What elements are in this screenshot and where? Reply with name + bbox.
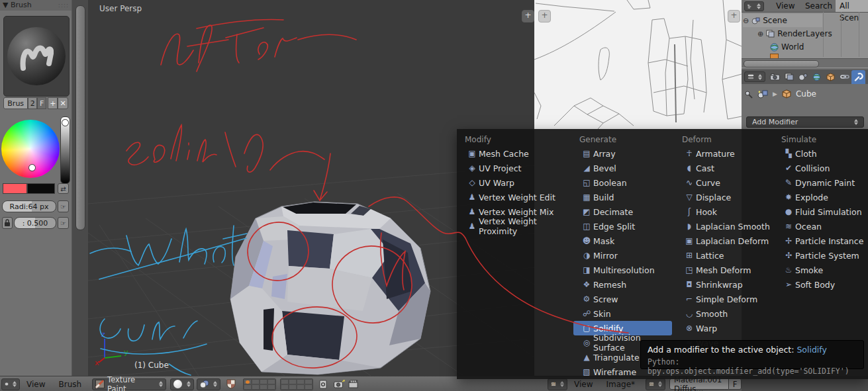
fake-user-button[interactable]: F (37, 97, 46, 109)
secondary-color-swatch[interactable] (27, 183, 55, 194)
brush-preview[interactable] (3, 16, 70, 97)
menu-item-bevel[interactable]: ◢ Bevel (573, 161, 672, 175)
texture-mask-button[interactable] (224, 379, 238, 389)
menu-item-remesh[interactable]: ❖ Remesh (573, 277, 672, 292)
strength-slider[interactable]: : 0.500 (14, 217, 56, 229)
brush-panel-header[interactable]: ▼ Brush :::: (0, 0, 72, 11)
menu-item-hook[interactable]: ʃ Hook (676, 204, 771, 219)
pin-icon[interactable] (744, 90, 753, 99)
tab-scene[interactable] (796, 70, 810, 84)
radius-slider[interactable]: Radi:64 px (2, 200, 56, 212)
expand-toggle-icon[interactable]: ⊕ (757, 30, 763, 38)
menu-item-smooth[interactable]: ◡ Smooth (676, 306, 771, 321)
menu-item-curve[interactable]: ∿ Curve (676, 175, 771, 190)
menu-item-laplacian-deform[interactable]: ▣ Laplacian Deform (676, 234, 771, 248)
outliner-row-scene[interactable]: ⊖ Scene (743, 14, 822, 27)
radius-pressure-button[interactable]: ☞ (58, 200, 69, 212)
outliner-item-label[interactable]: World (781, 42, 804, 52)
menu-item-mirror[interactable]: ◑ Mirror (573, 248, 672, 263)
brush-select-dropdown[interactable] (170, 378, 194, 390)
uv-properties-plus-button[interactable]: + (728, 10, 740, 22)
outliner-row-renderlayers[interactable]: ⊕ RenderLayers (757, 27, 832, 40)
strength-pressure-button[interactable]: ☞ (58, 217, 69, 229)
primary-color-swatch[interactable] (3, 183, 27, 194)
menu-item-warp[interactable]: ⊗ Warp (676, 321, 771, 335)
blend-mode-dropdown[interactable] (197, 378, 220, 390)
menu-item-cloth[interactable]: ▚ Cloth (775, 146, 866, 161)
viewport-view-menu[interactable]: View (20, 380, 52, 389)
menu-item-explode[interactable]: ✸ Explode (775, 190, 866, 204)
menu-item-armature[interactable]: ☥ Armature (676, 146, 771, 161)
outliner-item-label[interactable]: RenderLayers (777, 29, 832, 38)
tab-modifiers[interactable] (851, 70, 865, 84)
color-wheel-cursor[interactable] (28, 164, 36, 171)
menu-item-mesh-deform[interactable]: ◳ Mesh Deform (676, 263, 771, 277)
image-image-menu[interactable]: Image* (599, 380, 642, 389)
image-select-dropdown[interactable] (646, 378, 665, 390)
menu-item-dynamic-paint[interactable]: ✎ Dynamic Paint (775, 175, 866, 190)
menu-item-ocean[interactable]: ≋ Ocean (775, 219, 866, 234)
outliner-search-menu[interactable]: Search (805, 0, 832, 12)
menu-item-uv-warp[interactable]: ◇ UV Warp (459, 175, 569, 190)
menu-item-decimate[interactable]: ◩ Decimate (573, 204, 672, 219)
menu-item-mask[interactable]: ☻ Mask (573, 234, 672, 248)
menu-item-particle-system[interactable]: ✣ Particle System (775, 248, 866, 263)
lock-camera-button[interactable] (317, 380, 329, 389)
outliner-row-world[interactable]: World (770, 40, 804, 54)
menu-item-displace[interactable]: ▽ Displace (676, 190, 771, 204)
menu-item-cast[interactable]: ◖ Cast (676, 161, 771, 175)
menu-item-lattice[interactable]: ⊞ Lattice (676, 248, 771, 263)
menu-item-skin[interactable]: ☍ Skin (573, 306, 672, 321)
image-fake-user-button[interactable]: F (729, 378, 742, 390)
menu-item-edge-split[interactable]: ◫ Edge Split (573, 219, 672, 234)
value-slider[interactable] (60, 116, 70, 184)
menu-item-array[interactable]: ▤ Array (573, 146, 672, 161)
properties-editor-type-button[interactable] (744, 71, 765, 82)
viewport-editor-type-button[interactable] (1, 378, 20, 390)
viewport-properties-plus-button[interactable]: + (522, 10, 534, 22)
menu-item-multiresolution[interactable]: ◨ Multiresolution (573, 263, 672, 277)
tab-world[interactable] (810, 70, 824, 84)
viewport-brush-menu[interactable]: Brush (52, 380, 88, 389)
menu-item-simple-deform[interactable]: ⌐ Simple Deform (676, 292, 771, 306)
swap-colors-button[interactable]: ⇄ (58, 183, 69, 194)
menu-item-boolean[interactable]: ◱ Boolean (573, 175, 672, 190)
brush-name-field[interactable]: Brus (3, 97, 28, 109)
object-data-icon[interactable] (757, 90, 768, 99)
panel-grip-icon[interactable]: :::: (58, 0, 69, 11)
outliner-view-menu[interactable]: View (776, 0, 795, 12)
menu-item-particle-instance[interactable]: ✢ Particle Instance (775, 234, 866, 248)
outliner-hscrollbar-track[interactable] (742, 58, 868, 67)
unlink-brush-button[interactable]: ✕ (58, 97, 68, 109)
menu-item-vertex-weight-proximity[interactable]: ♟ Vertex Weight Proximity (459, 219, 569, 234)
mode-dropdown[interactable]: Texture Paint (92, 378, 166, 390)
tab-render[interactable] (768, 70, 782, 84)
menu-item-uv-project[interactable]: ◈ UV Project (459, 161, 569, 175)
outliner-editor-type-button[interactable] (744, 1, 764, 11)
tab-object[interactable] (824, 70, 838, 84)
menu-item-shrinkwrap[interactable]: ◘ Shrinkwrap (676, 277, 771, 292)
add-brush-button[interactable]: + (48, 97, 58, 109)
menu-item-soft-body[interactable]: ➢ Soft Body (775, 277, 866, 292)
outliner-scene-filter-dropdown[interactable]: All Scen (836, 0, 868, 12)
menu-item-vertex-weight-edit[interactable]: ♟ Vertex Weight Edit (459, 190, 569, 204)
render-animation-button[interactable] (346, 380, 360, 388)
tab-render-layers[interactable] (782, 70, 796, 84)
menu-item-screw[interactable]: ⚙ Screw (573, 292, 672, 306)
menu-item-build[interactable]: ▦ Build (573, 190, 672, 204)
menu-item-fluid-simulation[interactable]: ● Fluid Simulation (775, 204, 866, 219)
outliner-hscrollbar-thumb[interactable] (744, 60, 819, 67)
collapse-toggle-icon[interactable]: ⊖ (743, 17, 749, 25)
menu-item-smoke[interactable]: ♨ Smoke (775, 263, 866, 277)
add-modifier-dropdown[interactable]: Add Modifier (746, 116, 864, 128)
tool-shelf-scrollbar-thumb[interactable] (75, 5, 85, 230)
image-name-field[interactable]: Material.001 Diffus... (669, 378, 729, 390)
tab-constraints[interactable] (838, 70, 851, 84)
layer-grid-2[interactable] (280, 378, 313, 390)
menu-item-mesh-cache[interactable]: ▣ Mesh Cache (459, 146, 569, 161)
menu-item-collision[interactable]: ✔ Collision (775, 161, 866, 175)
layer-grid-1[interactable] (243, 378, 276, 390)
uv-toolshelf-plus-button[interactable]: + (538, 10, 551, 22)
image-view-menu[interactable]: View (567, 380, 599, 389)
image-editor-type-button[interactable] (548, 378, 567, 390)
